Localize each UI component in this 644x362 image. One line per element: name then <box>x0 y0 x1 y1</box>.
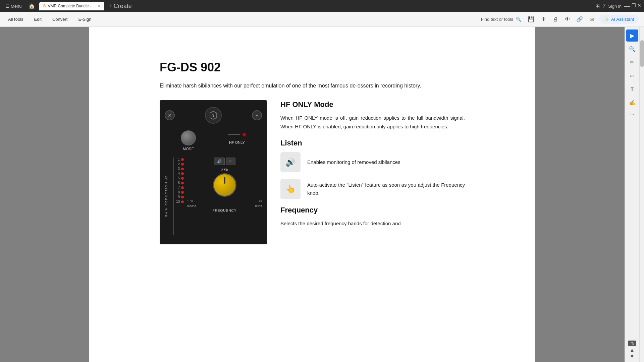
sign-in-button[interactable]: Sign in <box>608 4 622 9</box>
mode-label: MODE <box>181 147 196 151</box>
search-text: Find text or tools <box>481 17 513 22</box>
freq-section: 🔊 ☞ 2.5k 1.8k 4k <box>187 158 262 235</box>
hamburger-icon: ☰ <box>5 4 9 9</box>
zoom-tool[interactable]: 🔍 <box>626 43 638 55</box>
pdf-viewer[interactable]: FG-DS 902 Eliminate harsh sibilances wit… <box>0 27 625 362</box>
email-icon[interactable]: ✉ <box>587 15 596 24</box>
freq-value-display: 2.5k <box>187 168 262 172</box>
freq-range-labels: 800Hz 8kHz <box>187 204 262 207</box>
gr-row-2: 2 <box>175 162 184 166</box>
minimize-button[interactable]: — <box>624 3 630 10</box>
page-badge: 75 <box>628 341 636 346</box>
convert-button[interactable]: Convert <box>50 15 70 23</box>
freq-labels: 1.8k 4k <box>187 199 262 203</box>
save-icon[interactable]: 💾 <box>527 15 536 24</box>
close-button[interactable]: ✕ <box>637 3 641 10</box>
text-tool[interactable]: T <box>626 83 638 95</box>
freq-max-label: 4k <box>259 199 262 203</box>
gain-reduction-bars <box>171 158 174 235</box>
browser-right-controls: ⊞ ? Sign in — ❐ ✕ <box>595 3 641 10</box>
gr-row-3: 3 <box>175 167 184 171</box>
plugin-add-button[interactable]: + <box>252 110 262 120</box>
print-icon[interactable]: 🖨 <box>551 15 560 24</box>
more-icon: ··· <box>630 111 634 117</box>
extensions-icon[interactable]: ⊞ <box>595 3 600 9</box>
ai-label: AI Assistant <box>611 17 634 22</box>
view-icon[interactable]: 👁 <box>563 15 572 24</box>
signature-tool[interactable]: ✍ <box>626 97 638 109</box>
scroll-down-button[interactable]: ▼ <box>628 353 636 359</box>
help-icon[interactable]: ? <box>602 3 605 9</box>
mode-control: MODE <box>181 130 196 151</box>
home-button[interactable]: 🏠 <box>27 2 37 11</box>
tab-close-button[interactable]: ✕ <box>98 4 100 8</box>
esign-button[interactable]: E-Sign <box>75 15 94 23</box>
pen-icon: ✏ <box>630 59 634 66</box>
hf-only-control: HF ONLY <box>228 130 246 151</box>
listen-buttons: 🔊 ☞ <box>187 158 262 165</box>
listen-feature-2-text: Auto-activate the "Listen" feature as so… <box>307 181 465 197</box>
text-icon: T <box>631 86 634 92</box>
gain-bar-track <box>173 158 174 235</box>
freq-label: FREQUENCY <box>187 209 262 213</box>
toolbar: All tools Edit Convert E-Sign Find text … <box>0 12 644 27</box>
pen-tool[interactable]: ✏ <box>626 56 638 68</box>
plugin-image: ✕ S + MODE <box>160 100 267 244</box>
scroll-up-button[interactable]: ▲ <box>628 347 636 353</box>
listen-feature-1-text: Enables monitoring of removed sibilances <box>307 158 400 166</box>
plugin-controls: MODE HF ONLY <box>165 130 262 151</box>
toolbar-icons: 💾 ⬆ 🖨 👁 🔗 ✉ ✨ AI Assistant <box>527 15 639 24</box>
gr-row-1: 1 <box>175 158 184 161</box>
gr-row-5: 5 <box>175 176 184 180</box>
plugin-main: GAIN REDUCTION dB 1 2 3 4 5 6 <box>165 158 262 235</box>
browser-bar: ☰ Menu 🏠 S VMR Complete Bundle - ... ✕ +… <box>0 0 644 12</box>
link-icon[interactable]: 🔗 <box>575 15 584 24</box>
menu-button[interactable]: ☰ Menu <box>3 2 24 10</box>
knob-indicator <box>224 177 225 184</box>
gr-row-9: 9 <box>175 195 184 199</box>
all-tools-button[interactable]: All tools <box>5 15 26 23</box>
mode-knob[interactable] <box>181 130 196 145</box>
menu-label: Menu <box>11 4 22 9</box>
restore-button[interactable]: ❐ <box>632 3 636 10</box>
upload-icon[interactable]: ⬆ <box>539 15 548 24</box>
signature-icon: ✍ <box>629 100 636 106</box>
plugin-close-button[interactable]: ✕ <box>165 110 175 120</box>
more-tools-button[interactable]: ··· <box>629 110 636 118</box>
active-tab[interactable]: S VMR Complete Bundle - ... ✕ <box>39 2 105 10</box>
edit-button[interactable]: Edit <box>32 15 44 23</box>
ai-assistant-button[interactable]: ✨ AI Assistant <box>599 15 639 24</box>
new-tab-button[interactable]: + Create <box>106 2 135 10</box>
tab-title: VMR Complete Bundle - ... <box>48 4 96 8</box>
plugin-top-bar: ✕ S + <box>165 107 262 124</box>
gr-row-10: 10 <box>175 200 184 203</box>
listen-heading: Listen <box>280 139 465 147</box>
hf-only-text: When HF ONLY mode is off, gain reduction… <box>280 114 465 131</box>
cursor-icon: ▶ <box>630 33 634 39</box>
listen-hand-button[interactable]: ☞ <box>226 158 235 165</box>
plugin-logo: S <box>205 107 222 124</box>
listen-speaker-button[interactable]: 🔊 <box>214 158 225 165</box>
undo-tool[interactable]: ↩ <box>626 70 638 82</box>
gr-row-7: 7 <box>175 186 184 189</box>
hand-icon: 👆 <box>280 179 301 199</box>
cursor-tool[interactable]: ▶ <box>626 29 638 42</box>
hf-only-label: HF ONLY <box>228 140 246 144</box>
scroll-thumb[interactable] <box>640 40 644 67</box>
svg-text:S: S <box>212 114 215 117</box>
hf-only-heading: HF ONLY Mode <box>280 100 465 109</box>
scrollbar[interactable] <box>639 27 644 362</box>
search-bar[interactable]: Find text or tools 🔍 <box>481 17 521 22</box>
content-section: ✕ S + MODE <box>160 100 465 244</box>
right-content: HF ONLY Mode When HF ONLY mode is off, g… <box>280 100 465 236</box>
gain-reduction-meters: 1 2 3 4 5 6 7 8 9 10 <box>175 158 184 235</box>
freq-high-label: 8kHz <box>255 204 262 207</box>
freq-min-label: 1.8k <box>187 199 193 203</box>
speaker-icon: 🔊 <box>280 152 301 172</box>
frequency-knob[interactable] <box>213 173 236 197</box>
gr-row-8: 8 <box>175 190 184 194</box>
tab-favicon: S <box>43 4 46 8</box>
search-icon: 🔍 <box>516 17 521 22</box>
listen-feature-2: 👆 Auto-activate the "Listen" feature as … <box>280 179 465 199</box>
window-controls: — ❐ ✕ <box>624 3 641 10</box>
